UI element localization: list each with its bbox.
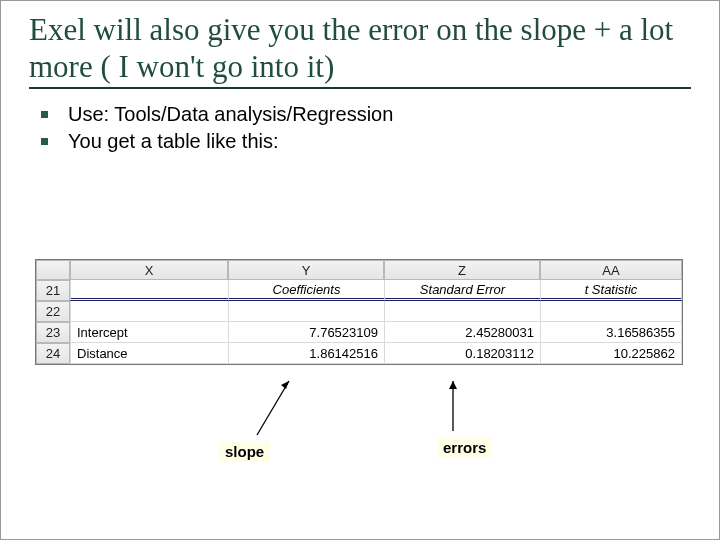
table-row: 24 Distance 1.86142516 0.18203112 10.225… [36,343,682,364]
row-number: 21 [36,280,70,301]
cell [228,301,384,322]
col-header-z: Z [384,260,540,280]
cell-distance-se: 0.18203112 [384,343,540,364]
col-header-aa: AA [540,260,682,280]
row-number: 22 [36,301,70,322]
cell-distance-coef: 1.86142516 [228,343,384,364]
cell-stderr-header: Standard Error [384,280,540,301]
bullet-text: You get a table like this: [68,130,279,153]
arrow-icon [449,375,457,441]
column-header-row: X Y Z AA [36,260,682,280]
row-number: 24 [36,343,70,364]
svg-marker-1 [281,381,289,389]
row-number: 23 [36,322,70,343]
slide: Exel will also give you the error on the… [0,0,720,540]
bullet-item: Use: Tools/Data analysis/Regression [41,103,691,126]
cell [540,301,682,322]
table-row: 21 Coefficients Standard Error t Statist… [36,280,682,301]
cell [384,301,540,322]
cell [70,301,228,322]
bullet-icon [41,138,48,145]
cell [70,280,228,301]
col-header-x: X [70,260,228,280]
cell-coefficients-header: Coefficients [228,280,384,301]
cell-distance-label: Distance [70,343,228,364]
col-header-y: Y [228,260,384,280]
cell-intercept-se: 2.45280031 [384,322,540,343]
svg-marker-3 [449,381,457,389]
cell-intercept-coef: 7.76523109 [228,322,384,343]
slide-title: Exel will also give you the error on the… [29,11,691,85]
corner-cell [36,260,70,280]
cell-distance-t: 10.225862 [540,343,682,364]
bullet-item: You get a table like this: [41,130,691,153]
arrow-icon [253,375,309,441]
spreadsheet-screenshot: X Y Z AA 21 Coefficients Standard Error … [35,259,683,365]
callout-slope: slope [219,441,270,462]
callout-errors: errors [437,437,492,458]
title-block: Exel will also give you the error on the… [29,11,691,89]
bullet-icon [41,111,48,118]
svg-line-0 [257,381,289,435]
cell-intercept-t: 3.16586355 [540,322,682,343]
cell-intercept-label: Intercept [70,322,228,343]
table-row: 23 Intercept 7.76523109 2.45280031 3.165… [36,322,682,343]
bullet-text: Use: Tools/Data analysis/Regression [68,103,393,126]
table-row: 22 [36,301,682,322]
cell-tstat-header: t Statistic [540,280,682,301]
bullet-list: Use: Tools/Data analysis/Regression You … [41,103,691,153]
